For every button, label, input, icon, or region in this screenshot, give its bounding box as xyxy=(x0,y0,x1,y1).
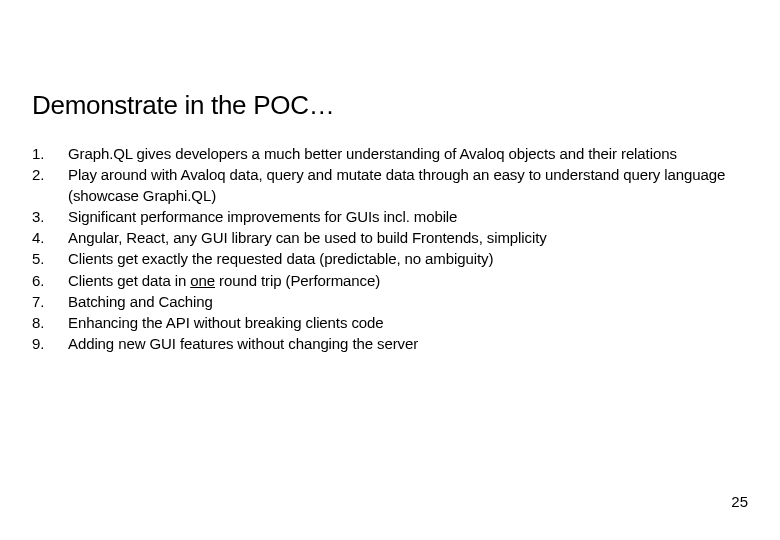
list-item: Batching and Caching xyxy=(32,292,740,312)
list-item: Angular, React, any GUI library can be u… xyxy=(32,228,740,248)
slide-title: Demonstrate in the POC… xyxy=(32,90,334,121)
list-item: Adding new GUI features without changing… xyxy=(32,334,740,354)
list-item: Play around with Avaloq data, query and … xyxy=(32,165,740,206)
page-number: 25 xyxy=(731,493,748,510)
underlined-text: one xyxy=(190,272,215,289)
list-item: Graph.QL gives developers a much better … xyxy=(32,144,740,164)
list-item-text: Clients get data in xyxy=(68,272,190,289)
ordered-list: Graph.QL gives developers a much better … xyxy=(32,144,740,355)
list-container: Graph.QL gives developers a much better … xyxy=(32,144,740,356)
list-item-text: round trip (Performance) xyxy=(215,272,380,289)
list-item: Significant performance improvements for… xyxy=(32,207,740,227)
list-item: Clients get data in one round trip (Perf… xyxy=(32,271,740,291)
list-item: Clients get exactly the requested data (… xyxy=(32,249,740,269)
slide: Demonstrate in the POC… Graph.QL gives d… xyxy=(0,0,780,540)
list-item: Enhancing the API without breaking clien… xyxy=(32,313,740,333)
